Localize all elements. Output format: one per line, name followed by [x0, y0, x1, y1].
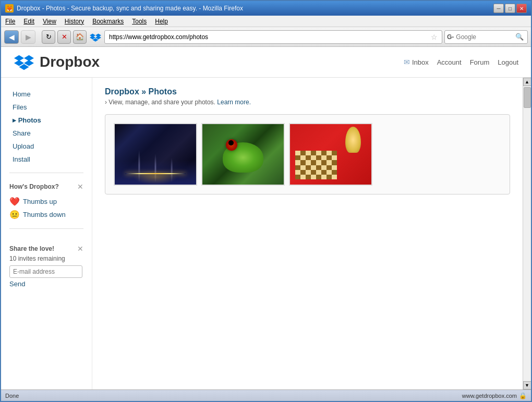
- thumbs-down-icon: 😐: [9, 210, 20, 220]
- window-controls: ─ □ ✕: [493, 4, 527, 13]
- menu-bookmarks[interactable]: Bookmarks: [92, 18, 124, 25]
- logout-link[interactable]: Logout: [498, 58, 518, 66]
- chess-board: [295, 151, 337, 179]
- photo-item-1[interactable]: [201, 123, 285, 186]
- site-header: Dropbox ✉ Inbox Account Forum Logout: [1, 47, 531, 78]
- sidebar-item-upload[interactable]: Upload: [9, 140, 83, 152]
- sidebar-divider: [9, 173, 83, 173]
- status-text: Done: [5, 393, 19, 399]
- page-wrap: Dropbox ✉ Inbox Account Forum Logout Hom…: [1, 47, 531, 389]
- forum-link[interactable]: Forum: [470, 58, 490, 66]
- logo-text: Dropbox: [40, 54, 100, 70]
- search-bar[interactable]: G- 🔍: [444, 30, 528, 44]
- browser-title: Dropbox - Photos - Secure backup, sync a…: [17, 5, 243, 12]
- page-description: › View, manage, and share your photos. L…: [105, 99, 510, 106]
- menu-edit[interactable]: Edit: [23, 18, 34, 25]
- frog-eyes: [219, 139, 268, 157]
- account-link[interactable]: Account: [437, 58, 462, 66]
- menu-history[interactable]: History: [65, 18, 84, 25]
- envelope-icon: ✉: [404, 58, 410, 66]
- photo-frog-bg: [202, 124, 284, 185]
- minimize-button[interactable]: ─: [493, 4, 504, 13]
- learn-more-link[interactable]: Learn more.: [217, 99, 251, 106]
- photos-container: [105, 114, 510, 194]
- dropbox-small-logo: [90, 31, 101, 43]
- breadcrumb-root[interactable]: Dropbox: [105, 87, 139, 96]
- dropbox-logo-svg: [14, 54, 34, 70]
- logo-area: Dropbox: [14, 53, 100, 71]
- sidebar-item-install[interactable]: Install: [9, 153, 83, 165]
- stop-button[interactable]: ✕: [57, 30, 71, 44]
- home-button[interactable]: 🏠: [73, 30, 87, 44]
- lock-icon: 🔒: [519, 392, 527, 399]
- share-love-title: Share the love!: [9, 245, 54, 252]
- share-love-section: Share the love! ✕ 10 invites remaining S…: [9, 245, 83, 288]
- thumbs-up-label: Thumbs up: [23, 198, 57, 205]
- dropbox-nav-icon: [89, 30, 102, 44]
- close-button[interactable]: ✕: [516, 4, 527, 13]
- url-text: https://www.getdropbox.com/photos: [109, 33, 208, 41]
- share-love-close[interactable]: ✕: [77, 245, 83, 253]
- send-link[interactable]: Send: [9, 280, 83, 288]
- menu-view[interactable]: View: [43, 18, 56, 25]
- breadcrumb-separator: »: [139, 87, 149, 96]
- breadcrumb-page: Photos: [149, 87, 177, 96]
- nav-bar: ◀ ▶ ↻ ✕ 🏠 https://www.getdropbox.com/pho…: [1, 27, 531, 47]
- scroll-down-arrow[interactable]: ▼: [523, 381, 531, 389]
- status-url-text: www.getdropbox.com: [462, 393, 517, 399]
- back-button[interactable]: ◀: [4, 30, 19, 44]
- sidebar: Home Files Photos Share Upload Install H…: [1, 78, 92, 389]
- hows-dropbox-title: How's Dropbox?: [9, 183, 59, 190]
- thumbs-up-item[interactable]: ❤️ Thumbs up: [9, 195, 83, 208]
- menu-tools[interactable]: Tools: [132, 18, 147, 25]
- header-nav: ✉ Inbox Account Forum Logout: [404, 58, 518, 66]
- photo-city-bg: [115, 124, 196, 185]
- menu-bar: File Edit View History Bookmarks Tools H…: [1, 16, 531, 27]
- title-bar: 🦊 Dropbox - Photos - Secure backup, sync…: [1, 1, 531, 16]
- status-url-area: www.getdropbox.com 🔒: [462, 392, 527, 399]
- sidebar-item-share[interactable]: Share: [9, 127, 83, 139]
- thumbs-down-item[interactable]: 😐 Thumbs down: [9, 208, 83, 221]
- hows-dropbox-section: How's Dropbox? ✕ ❤️ Thumbs up 😐 Thumbs d…: [9, 182, 83, 221]
- dropbox-logo[interactable]: [14, 53, 34, 71]
- sidebar-item-home[interactable]: Home: [9, 88, 83, 100]
- invites-remaining: 10 invites remaining: [9, 255, 83, 262]
- share-love-header: Share the love! ✕: [9, 245, 83, 253]
- share-divider: [9, 228, 83, 229]
- inbox-link[interactable]: ✉ Inbox: [404, 58, 429, 66]
- search-icon[interactable]: 🔍: [515, 33, 524, 41]
- photo-item-2[interactable]: [289, 123, 372, 186]
- bookmark-star-icon[interactable]: ☆: [431, 33, 438, 41]
- sidebar-item-photos[interactable]: Photos: [9, 114, 83, 126]
- reload-button[interactable]: ↻: [42, 30, 55, 44]
- status-bar: Done www.getdropbox.com 🔒: [1, 389, 531, 401]
- thumbs-down-label: Thumbs down: [23, 211, 66, 218]
- breadcrumb: Dropbox » Photos: [105, 87, 510, 96]
- title-bar-left: 🦊 Dropbox - Photos - Secure backup, sync…: [5, 4, 243, 13]
- google-g-icon: G-: [447, 33, 454, 41]
- content-wrap: Home Files Photos Share Upload Install H…: [1, 78, 531, 389]
- scroll-up-arrow[interactable]: ▲: [523, 78, 531, 86]
- firefox-icon: 🦊: [5, 4, 14, 13]
- maximize-button[interactable]: □: [505, 4, 515, 13]
- inbox-label: Inbox: [412, 58, 429, 66]
- url-bar[interactable]: https://www.getdropbox.com/photos ☆: [104, 30, 442, 44]
- scroll-thumb[interactable]: [524, 87, 531, 108]
- photo-chess-bg: [290, 124, 371, 185]
- hows-dropbox-header: How's Dropbox? ✕: [9, 182, 83, 191]
- hows-dropbox-close[interactable]: ✕: [77, 182, 83, 191]
- desc-bullet: ›: [105, 99, 107, 106]
- menu-help[interactable]: Help: [155, 18, 168, 25]
- thumbs-up-icon: ❤️: [9, 197, 20, 206]
- scrollbar[interactable]: ▲ ▼: [523, 78, 531, 389]
- forward-button[interactable]: ▶: [21, 30, 35, 44]
- city-lights: [115, 148, 196, 185]
- menu-file[interactable]: File: [5, 18, 15, 25]
- photo-item-0[interactable]: [114, 123, 197, 186]
- main-content: Dropbox » Photos › View, manage, and sha…: [92, 78, 523, 389]
- search-input[interactable]: [456, 33, 513, 41]
- sidebar-item-files[interactable]: Files: [9, 101, 83, 113]
- desc-text: View, manage, and share your photos.: [108, 99, 215, 106]
- email-input[interactable]: [9, 265, 82, 278]
- browser-window: 🦊 Dropbox - Photos - Secure backup, sync…: [0, 0, 532, 402]
